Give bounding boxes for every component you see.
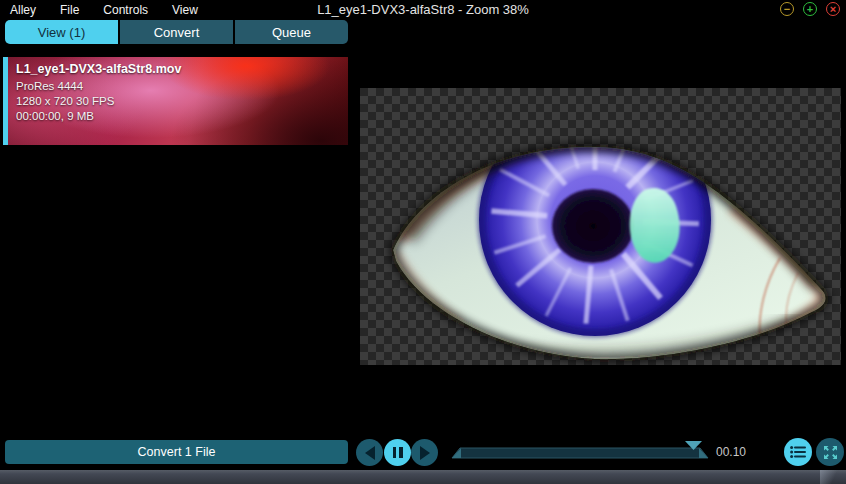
- menu-bar: Alley File Controls View L1_eye1-DVX3-al…: [0, 0, 846, 20]
- status-strip: [0, 470, 846, 484]
- file-list-item[interactable]: L1_eye1-DVX3-alfaStr8.mov ProRes 4444 12…: [3, 57, 348, 145]
- menu-item-file[interactable]: File: [60, 3, 79, 17]
- fullscreen-icon: [823, 445, 838, 460]
- previous-button[interactable]: [356, 439, 383, 466]
- eye-frame-image: [360, 88, 841, 365]
- tab-view[interactable]: View (1): [5, 20, 118, 44]
- menu-item-alley[interactable]: Alley: [10, 3, 36, 17]
- file-duration-size: 00:00:00, 9 MB: [16, 109, 181, 124]
- preview-canvas: [360, 88, 841, 365]
- previous-icon: [358, 446, 375, 460]
- fullscreen-button[interactable]: [816, 438, 844, 466]
- menu-item-controls[interactable]: Controls: [103, 3, 148, 17]
- tab-queue[interactable]: Queue: [235, 20, 348, 44]
- time-display: 00.10: [716, 445, 762, 459]
- timeline-track[interactable]: [452, 448, 708, 458]
- zoom-icon[interactable]: +: [803, 2, 817, 16]
- tab-convert[interactable]: Convert: [120, 20, 233, 44]
- playlist-icon: [790, 445, 806, 459]
- tab-bar: View (1) Convert Queue: [5, 20, 348, 44]
- window-controls: − + ×: [780, 2, 840, 16]
- menu-items: Alley File Controls View: [10, 0, 198, 20]
- convert-button[interactable]: Convert 1 File: [5, 440, 348, 464]
- file-info: L1_eye1-DVX3-alfaStr8.mov ProRes 4444 12…: [16, 62, 181, 124]
- playlist-button[interactable]: [784, 438, 812, 466]
- close-icon[interactable]: ×: [826, 2, 840, 16]
- minimize-icon[interactable]: −: [780, 2, 794, 16]
- file-format: 1280 x 720 30 FPS: [16, 94, 181, 109]
- play-button[interactable]: [411, 439, 438, 466]
- file-name: L1_eye1-DVX3-alfaStr8.mov: [16, 62, 181, 76]
- file-thumbnail: L1_eye1-DVX3-alfaStr8.mov ProRes 4444 12…: [8, 57, 348, 145]
- play-icon: [420, 446, 437, 460]
- timeline-slider[interactable]: [450, 438, 712, 464]
- menu-item-view[interactable]: View: [172, 3, 198, 17]
- pause-icon: [393, 447, 403, 458]
- file-codec: ProRes 4444: [16, 79, 181, 94]
- pause-button[interactable]: [384, 439, 411, 466]
- resize-grip[interactable]: [820, 470, 846, 484]
